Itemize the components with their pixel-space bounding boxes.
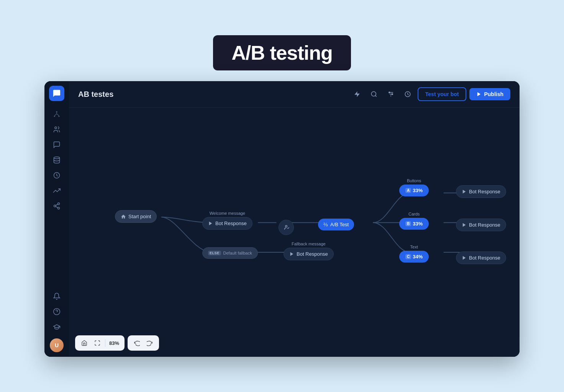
svg-point-14 [389,92,390,93]
page-title: A/B testing [231,41,332,64]
lightning-icon[interactable] [350,87,364,101]
variant-a-response-node[interactable]: Bot Response [456,185,506,198]
sidebar-item-notifications[interactable] [50,289,64,303]
sidebar-item-clock[interactable] [50,168,64,182]
title-banner: A/B testing [213,35,351,70]
svg-point-3 [55,127,57,129]
variant-b-node[interactable]: Cards B 33% [399,212,429,230]
header-actions: Test your bot Publish [350,87,510,101]
svg-point-4 [54,157,60,159]
home-view-button[interactable] [79,338,90,348]
variant-b-box[interactable]: B 33% [399,218,429,230]
svg-point-10 [371,91,376,96]
ab-test-box[interactable]: ⅔ A/B Test [318,219,354,230]
welcome-bot-response-node[interactable]: Welcome message Bot Response [202,211,252,230]
variant-b-response-node[interactable]: Bot Response [456,219,506,231]
variant-a-node[interactable]: Buttons A 33% [399,178,429,196]
sidebar-logo[interactable] [49,86,64,101]
variant-b-response-box[interactable]: Bot Response [456,219,506,231]
variant-a-box[interactable]: A 33% [399,185,429,196]
svg-point-2 [58,116,59,117]
zoom-level: 83% [108,340,121,346]
sidebar: U [44,81,69,357]
sidebar-item-chat[interactable] [50,138,64,152]
svg-marker-22 [463,223,466,227]
ab-test-node[interactable]: ⅔ A/B Test [318,219,354,230]
sidebar-item-analytics[interactable] [50,184,64,198]
assign-node[interactable] [279,220,294,235]
svg-point-19 [285,225,287,227]
svg-point-9 [54,309,60,315]
avatar[interactable]: U [50,338,64,352]
svg-marker-17 [477,92,480,96]
variant-c-node[interactable]: Text C 34% [399,245,429,263]
sidebar-item-integrations[interactable] [50,199,64,213]
history-icon[interactable] [401,87,415,101]
svg-marker-21 [463,190,466,194]
variant-a-response-box[interactable]: Bot Response [456,185,506,198]
canvas-area[interactable]: Start point Welcome message Bot Response [69,108,520,357]
undo-button[interactable] [131,338,142,348]
app-window: U AB testes [44,81,520,357]
bottom-toolbar: 83% [75,335,159,351]
main-content: AB testes [69,81,520,357]
publish-button[interactable]: Publish [469,88,510,100]
search-icon[interactable] [367,87,381,101]
sidebar-item-education[interactable] [50,320,64,334]
svg-point-0 [56,111,57,113]
redo-button[interactable] [144,338,155,348]
sidebar-item-org[interactable] [50,107,64,121]
fallback-bot-response-box[interactable]: Bot Response [284,248,334,260]
variant-c-response-box[interactable]: Bot Response [456,252,506,264]
header: AB testes [69,81,520,108]
welcome-bot-response-box[interactable]: Bot Response [202,217,252,230]
svg-marker-18 [209,222,212,225]
flow-diagram: Start point Welcome message Bot Response [69,108,520,338]
filter-icon[interactable] [384,87,398,101]
sidebar-item-database[interactable] [50,153,64,167]
svg-point-6 [58,203,60,205]
start-point-node[interactable]: Start point [115,210,157,223]
variant-c-box[interactable]: C 34% [399,251,429,263]
variant-c-response-node[interactable]: Bot Response [456,252,506,264]
svg-point-7 [54,205,56,207]
bot-title: AB testes [78,90,113,99]
sidebar-item-help[interactable] [50,305,64,318]
default-fallback-box[interactable]: ELSE Default fallback [202,247,258,259]
fallback-bot-response-node[interactable]: Fallback message Bot Response [284,242,334,260]
test-bot-button[interactable]: Test your bot [418,87,467,101]
default-fallback-node[interactable]: ELSE Default fallback [202,247,258,259]
svg-point-15 [392,94,393,95]
view-controls: 83% [75,335,125,351]
else-badge: ELSE [208,251,221,255]
start-point-box[interactable]: Start point [115,210,157,223]
svg-marker-23 [463,256,466,260]
toolbar-divider [105,339,105,347]
sidebar-item-users[interactable] [50,122,64,136]
svg-point-1 [54,116,55,117]
history-controls [128,335,159,351]
svg-marker-20 [290,252,293,256]
svg-point-8 [58,207,60,209]
fullscreen-button[interactable] [92,338,103,348]
